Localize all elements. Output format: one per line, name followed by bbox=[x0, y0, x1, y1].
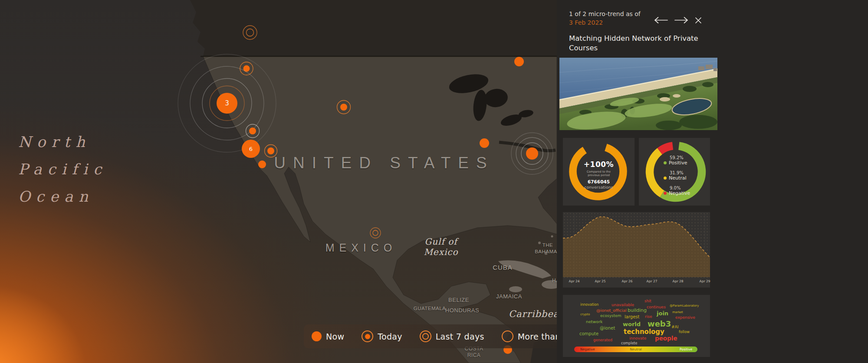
map-marker[interactable]: 6 bbox=[242, 140, 260, 158]
volume-change: +100% bbox=[563, 160, 635, 169]
sentiment-legend-item: 9.0%Negative bbox=[664, 186, 690, 196]
map-marker[interactable] bbox=[511, 133, 553, 174]
wordcloud-word: market bbox=[672, 311, 683, 314]
trend-panel: 1 of 2 micro-trend as of 3 Feb 2022 Matc… bbox=[557, 0, 868, 363]
sentiment-legend-item: 31.9%Neutral bbox=[664, 170, 690, 181]
legend-item-now[interactable]: Now bbox=[312, 331, 344, 341]
wordcloud-word: #AI bbox=[671, 325, 678, 329]
svg-text:6: 6 bbox=[249, 146, 253, 152]
legend-item-older[interactable]: More than 7 days ago bbox=[502, 330, 557, 342]
wordcloud-word: expensive bbox=[675, 316, 695, 320]
legend-last7-icon bbox=[420, 330, 431, 342]
panel-header: 1 of 2 micro-trend as of 3 Feb 2022 bbox=[569, 10, 641, 27]
volume-caption-1: Compared to the bbox=[563, 170, 635, 173]
legend-item-last7[interactable]: Last 7 days bbox=[420, 330, 484, 342]
volume-donut-widget: +100% Compared to the previous period 67… bbox=[563, 138, 635, 206]
x-axis-tick: Apr 24 bbox=[569, 279, 580, 283]
map-marker[interactable] bbox=[480, 138, 489, 148]
area-chart-plot bbox=[563, 212, 710, 278]
legend-label: Last 7 days bbox=[436, 332, 484, 341]
app-root: North Pacific OceanUNITED STATESMEXICOGu… bbox=[0, 0, 868, 363]
wordcloud-word: crypto bbox=[580, 313, 590, 316]
map-canvas[interactable]: North Pacific OceanUNITED STATESMEXICOGu… bbox=[0, 0, 557, 363]
wordcloud-word: follow bbox=[679, 330, 690, 334]
legend-label: More than 7 days ago bbox=[518, 332, 557, 341]
scale-neutral-label: Neutral bbox=[630, 347, 642, 351]
map-marker[interactable] bbox=[337, 101, 351, 114]
wordcloud-word: unavailable bbox=[612, 303, 634, 307]
wordcloud-word: innovation bbox=[580, 303, 598, 307]
sentiment-dot-icon bbox=[664, 192, 667, 195]
wordcloud-word: generated bbox=[593, 338, 612, 342]
wordcloud-word: complete bbox=[621, 342, 637, 345]
next-arrow-icon[interactable] bbox=[674, 16, 688, 24]
wordcloud-word: technology bbox=[624, 329, 664, 335]
scale-positive-label: Positive bbox=[680, 347, 692, 351]
legend-label: Now bbox=[326, 332, 344, 341]
map-marker[interactable] bbox=[243, 26, 257, 39]
wordcloud-word: largest bbox=[625, 315, 639, 319]
sentiment-legend: 59.2%Positive31.9%Neutral9.0%Negative bbox=[664, 155, 690, 201]
wordcloud-word: continues bbox=[647, 305, 666, 309]
map-marker[interactable] bbox=[246, 124, 260, 138]
wordcloud-word: shit bbox=[644, 299, 651, 303]
svg-text:3: 3 bbox=[225, 99, 229, 107]
trend-date: 3 Feb 2022 bbox=[569, 18, 641, 27]
legend-label: Today bbox=[378, 332, 402, 341]
prev-arrow-icon[interactable] bbox=[654, 16, 668, 24]
area-chart-x-axis: Apr 24Apr 25Apr 26Apr 27Apr 28Apr 29 bbox=[563, 279, 710, 286]
wordcloud-word: join bbox=[657, 311, 668, 316]
map-marker[interactable]: 3 bbox=[178, 54, 276, 152]
close-icon[interactable] bbox=[695, 17, 702, 24]
wordcloud-word: people bbox=[655, 336, 677, 342]
sentiment-dot-icon bbox=[664, 177, 667, 180]
wordcloud-word: @ParamLaboratory bbox=[670, 304, 699, 307]
sentiment-dot-icon bbox=[664, 161, 667, 164]
wordcloud-word: web3 bbox=[648, 320, 671, 328]
wordcloud-word: rise bbox=[645, 315, 652, 319]
volume-area-chart: Apr 24Apr 25Apr 26Apr 27Apr 28Apr 29 bbox=[563, 212, 710, 288]
legend-item-today[interactable]: Today bbox=[362, 330, 402, 342]
conversation-caption: conversations bbox=[563, 185, 635, 190]
legend-now-icon bbox=[312, 331, 322, 341]
legend-older-icon bbox=[502, 330, 513, 342]
panel-nav bbox=[654, 16, 702, 24]
trend-counter: 1 of 2 micro-trend as of bbox=[569, 10, 641, 18]
map-marker[interactable] bbox=[265, 145, 277, 157]
wordcloud-word: @ionet_official bbox=[596, 308, 627, 313]
legend-today-icon bbox=[362, 330, 373, 342]
sentiment-donut-widget: 59.2%Positive31.9%Neutral9.0%Negative bbox=[639, 138, 710, 206]
map-markers-layer: 36 bbox=[0, 0, 557, 363]
trend-photo bbox=[559, 58, 717, 130]
wordcloud-word: ecosystem bbox=[600, 314, 621, 318]
map-marker[interactable] bbox=[370, 228, 381, 238]
x-axis-tick: Apr 27 bbox=[647, 279, 658, 283]
x-axis-tick: Apr 29 bbox=[700, 279, 710, 283]
wordcloud-widget: innovationunavailable@ionet_officialbuil… bbox=[563, 295, 710, 357]
wordcloud-word: innovate bbox=[629, 337, 646, 340]
scale-negative-label: Negative bbox=[580, 347, 595, 351]
x-axis-tick: Apr 28 bbox=[673, 279, 684, 283]
wordcloud-word: compute bbox=[579, 332, 598, 336]
sentiment-legend-item: 59.2%Positive bbox=[664, 155, 690, 166]
wordcloud-word: building bbox=[628, 308, 647, 313]
map-marker[interactable] bbox=[240, 62, 253, 75]
wordcloud-word: @ionet bbox=[600, 326, 615, 330]
volume-caption-2: previous period bbox=[563, 173, 635, 177]
x-axis-tick: Apr 26 bbox=[622, 279, 633, 283]
wordcloud-word: network bbox=[586, 320, 603, 324]
conversation-count: 6766045 bbox=[563, 179, 635, 184]
map-marker[interactable] bbox=[258, 160, 266, 168]
map-marker[interactable] bbox=[514, 57, 524, 66]
x-axis-tick: Apr 25 bbox=[595, 279, 606, 283]
wordcloud-word: world bbox=[623, 321, 641, 327]
map-legend: NowTodayLast 7 daysMore than 7 days ago bbox=[304, 324, 557, 348]
trend-title: Matching Hidden Network of Private Cours… bbox=[569, 34, 701, 53]
